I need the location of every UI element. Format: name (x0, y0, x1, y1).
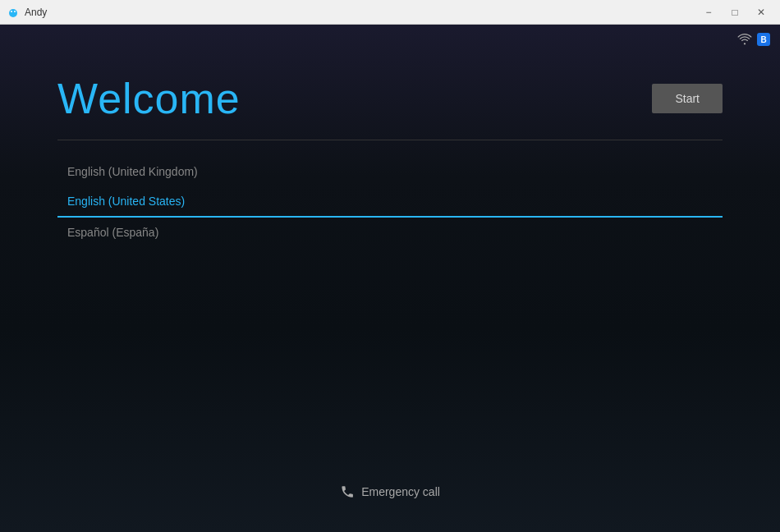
phone-icon (340, 484, 355, 499)
title-bar: Andy − □ ✕ (0, 0, 780, 25)
app-icon (7, 6, 20, 19)
svg-point-2 (14, 11, 16, 12)
status-bar: B (737, 33, 770, 46)
language-item-english-uk[interactable]: English (United Kingdom) (57, 157, 723, 186)
title-bar-left: Andy (7, 6, 47, 19)
title-bar-controls: − □ ✕ (696, 0, 773, 25)
divider (57, 140, 723, 140)
emergency-call-label: Emergency call (361, 485, 440, 498)
minimize-button[interactable]: − (696, 0, 721, 25)
svg-point-1 (11, 11, 12, 12)
bluetooth-icon: B (757, 33, 770, 46)
maximize-button[interactable]: □ (723, 0, 747, 25)
language-item-english-us[interactable]: English (United States) (57, 186, 723, 218)
language-list: English (United Kingdom) English (United… (57, 157, 723, 247)
close-button[interactable]: ✕ (749, 0, 773, 25)
language-item-spanish[interactable]: Español (España) (57, 218, 723, 247)
emergency-call-button[interactable]: Emergency call (340, 484, 440, 499)
wifi-icon (737, 34, 752, 45)
svg-point-0 (9, 9, 17, 17)
app-title: Andy (25, 7, 47, 18)
welcome-title: Welcome (57, 74, 723, 123)
android-area: B Welcome English (United Kingdom) Engli… (0, 25, 780, 532)
start-button[interactable]: Start (652, 84, 723, 113)
